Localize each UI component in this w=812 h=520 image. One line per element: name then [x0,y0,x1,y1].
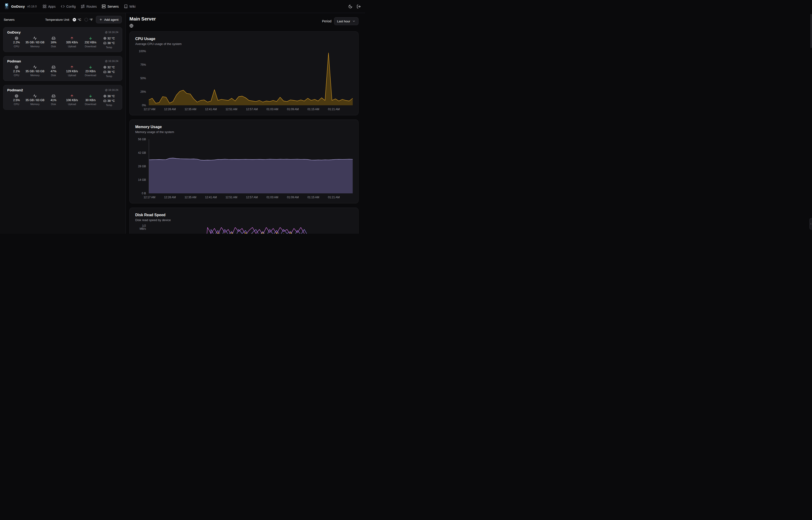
cpu-label: CPU [14,45,19,48]
x-axis-tick: 01:15 AM [308,108,319,111]
download-value: 232 KB/s [84,41,96,44]
navbar-actions [348,4,361,9]
download-arrow-icon [89,94,92,98]
cpu-temp-value: 32 °C [108,66,115,69]
y-axis-tick: 50% [135,77,146,80]
x-axis-tick: 01:03 AM [267,196,278,199]
servers-sidebar: Servers Temperature Unit °C °F Add agent [0,13,126,234]
period-control: Period Last hour [322,17,359,25]
disk-icon [103,70,106,73]
cpu-usage-chart-card: CPU Usage Average CPU usage of the syste… [130,31,359,115]
server-list: GoDoxy @ 16:16:24 2.2% CPU 35 GB / 63 GB… [3,27,122,110]
chart-body: 1/2 MB/s [135,227,353,234]
cpu-plot-area [149,51,353,105]
download-arrow-icon [89,36,92,40]
download-stat: 232 KB/s Download [81,36,100,49]
nav-label: Apps [48,5,56,8]
upload-value: 106 KB/s [66,99,78,102]
cpu-value: 2.2% [13,41,20,44]
cpu-icon [15,65,19,69]
x-axis-tick: 01:03 AM [267,108,278,111]
disk-temp-value: 38 °C [108,70,115,74]
temp-label: Temp [106,104,112,106]
x-axis-tick: 12:35 AM [185,108,196,111]
y-axis-tick: 28 GB [135,165,146,168]
x-axis-tick: 12:17 AM [144,108,156,111]
memory-value: 35 GB / 63 GB [26,41,45,44]
server-card-podman[interactable]: Podman @ 16:16:24 2.1% CPU 35 GB / 63 GB… [3,56,122,81]
radio-circle [84,18,88,21]
download-label: Download [85,74,96,77]
navbar: GoDoxy v0.18.0 Apps Config Routes Server… [0,0,365,13]
temp-stat: 38 °C 38 °C Temp [100,94,118,106]
brand-name: GoDoxy [11,4,25,8]
nav-item-routes[interactable]: Routes [78,3,99,10]
activity-icon [33,65,37,69]
server-title-block: Main Server [130,16,156,28]
cpu-icon [103,66,106,69]
temp-stat: 32 °C 38 °C Temp [100,65,118,78]
disk-plot-area [149,227,353,234]
radio-circle-checked [73,18,76,21]
sidebar-header: Servers Temperature Unit °C °F Add agent [3,16,122,24]
activity-icon [33,94,37,98]
server-timestamp: @ 16:16:24 [105,59,118,62]
disk-label: Disk [51,45,56,48]
x-axis: 12:17 AM12:26 AM12:35 AM12:41 AM12:51 AM… [149,107,353,112]
main-header: Main Server Period Last hour [130,16,359,28]
book-icon [124,4,128,8]
disk-temp-value: 38 °C [108,99,115,103]
y-axis-tick: 42 GB [135,151,146,154]
add-agent-button[interactable]: Add agent [96,16,122,23]
nav-item-servers[interactable]: Servers [99,3,121,10]
server-card-godoxy[interactable]: GoDoxy @ 16:16:24 2.2% CPU 35 GB / 63 GB… [3,27,122,52]
page-title: Main Server [130,16,156,22]
disk-icon [52,65,55,69]
disk-stat: 41% Disk [44,94,63,106]
plus-icon [99,18,103,21]
disk-label: Disk [51,74,56,77]
upload-arrow-icon [70,65,74,69]
nav-item-apps[interactable]: Apps [40,3,58,10]
x-axis-tick: 01:21 AM [328,196,340,199]
nav-item-config[interactable]: Config [58,3,78,10]
upload-arrow-icon [70,36,74,40]
period-dropdown[interactable]: Last hour [334,17,359,25]
download-value: 30 KB/s [85,99,96,102]
disk-icon [103,99,106,102]
logout-button[interactable] [357,4,361,9]
nav-item-wiki[interactable]: Wiki [121,3,138,10]
unit-celsius-radio[interactable]: °C [73,18,81,21]
server-stats: 2.1% CPU 35 GB / 63 GB Memory 47% Disk [7,65,118,78]
chart-canvas [149,51,353,105]
download-label: Download [85,103,96,106]
memory-stat: 35 GB / 63 GB Memory [26,65,45,78]
unit-fahrenheit-radio[interactable]: °F [84,18,93,21]
period-label: Period [322,19,331,23]
x-axis-tick: 12:57 AM [246,196,258,199]
temp-label: Temp [106,75,112,78]
memory-label: Memory [30,45,39,48]
cpu-value: 2.1% [13,70,20,73]
chart-title: CPU Usage [135,37,353,41]
x-axis-tick: 12:51 AM [226,196,237,199]
cpu-stat: 2.2% CPU [7,36,26,49]
radio-label: °C [78,18,81,21]
code-icon [61,4,65,8]
server-timestamp: @ 16:16:24 [105,30,118,33]
radio-label: °F [90,18,93,21]
chevron-down-icon [352,20,356,23]
disk-read-chart-card: Disk Read Speed Disk read speed by devic… [130,208,359,234]
y-axis-tick: 25% [135,90,146,94]
disk-value: 16% [51,41,56,44]
y-axis: 56 GB42 GB28 GB14 GB0 B [135,139,149,193]
disk-icon [52,94,55,98]
upload-stat: 129 KB/s Upload [63,65,82,78]
server-card-podman2[interactable]: Podman2 @ 16:16:24 2.5% CPU 35 GB / 63 G… [3,85,122,110]
chart-title: Memory Usage [135,125,353,129]
x-axis: 12:17 AM12:26 AM12:35 AM12:41 AM12:51 AM… [149,195,353,200]
cpu-value: 2.5% [13,99,20,102]
theme-toggle-button[interactable] [348,4,353,9]
chart-body: 100%75%50%25%0% [135,51,353,105]
download-label: Download [85,45,96,48]
